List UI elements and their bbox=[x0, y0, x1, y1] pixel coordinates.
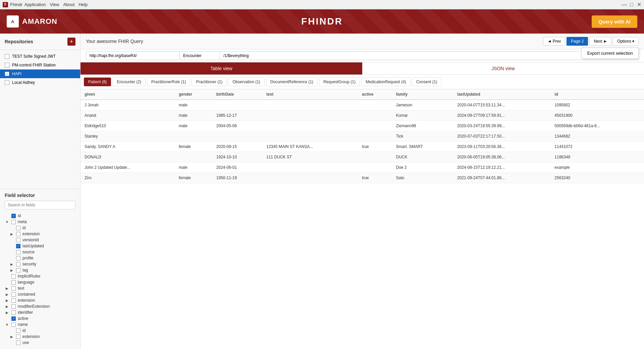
field-expand-icon[interactable]: ▶ bbox=[5, 286, 9, 291]
prev-button[interactable]: ◄ Prev bbox=[543, 37, 565, 46]
table-cell-id: 1186349 bbox=[550, 152, 644, 162]
next-button[interactable]: Next ► bbox=[589, 37, 611, 46]
field-item: ▶security bbox=[0, 261, 80, 267]
menu-application[interactable]: Application bbox=[24, 2, 46, 7]
field-label: meta bbox=[18, 219, 27, 224]
field-expand-icon[interactable]: ▶ bbox=[9, 262, 14, 266]
url-base-input[interactable] bbox=[86, 51, 180, 60]
field-checkbox[interactable] bbox=[16, 238, 20, 242]
field-item: ▶extension bbox=[0, 297, 80, 303]
field-expand-placeholder bbox=[5, 274, 9, 279]
field-checkbox[interactable] bbox=[11, 280, 16, 285]
field-checkbox[interactable] bbox=[16, 329, 20, 333]
field-label: extension bbox=[18, 298, 35, 303]
field-expand-icon[interactable]: ▶ bbox=[5, 298, 9, 303]
field-item: use bbox=[0, 340, 80, 346]
table-view-tab[interactable]: Table view bbox=[80, 62, 362, 74]
field-expand-icon[interactable]: ▶ bbox=[9, 232, 14, 236]
header-bar: A AMARON FHINDR Query with AI bbox=[0, 9, 644, 34]
url-path-input[interactable] bbox=[220, 51, 639, 60]
field-item: versionId bbox=[0, 237, 80, 243]
table-row[interactable]: Zirofemale1950-11-19trueSato2021-09-24T0… bbox=[80, 173, 644, 183]
maximize-button[interactable]: □ bbox=[629, 2, 634, 7]
resource-tab[interactable]: MedicationRequest (4) bbox=[361, 78, 411, 86]
field-checkbox[interactable] bbox=[11, 274, 16, 279]
field-checkbox[interactable] bbox=[16, 226, 20, 230]
field-item: ▶tag bbox=[0, 267, 80, 273]
field-checkbox[interactable] bbox=[16, 268, 20, 272]
field-expand-icon[interactable]: ▶ bbox=[9, 268, 14, 272]
export-selection-item[interactable]: Export current selection bbox=[582, 48, 638, 58]
table-cell-active bbox=[358, 131, 392, 142]
close-button[interactable]: ✕ bbox=[637, 2, 641, 7]
field-expand-icon[interactable]: ▼ bbox=[5, 219, 9, 224]
field-label: use bbox=[22, 340, 29, 345]
add-repo-button[interactable]: + bbox=[67, 38, 75, 46]
resource-tab[interactable]: Patient (8) bbox=[84, 78, 111, 86]
table-cell-id: 11441072 bbox=[550, 142, 644, 152]
column-header-gender: gender bbox=[175, 89, 212, 100]
field-label: extension bbox=[22, 334, 40, 339]
field-checkbox[interactable]: ✓ bbox=[11, 316, 16, 321]
repo-item[interactable]: TEST Sofie Signed JWT bbox=[0, 52, 80, 61]
table-cell-active bbox=[358, 110, 392, 121]
resource-tab[interactable]: DocumentReference (1) bbox=[266, 78, 318, 86]
field-checkbox[interactable] bbox=[11, 220, 16, 224]
json-view-tab[interactable]: JSON view bbox=[362, 62, 644, 74]
resource-tab[interactable]: Encounter (2) bbox=[112, 78, 146, 86]
table-row[interactable]: Sandy. SANDY Afemale2020-09-1512345 MAIN… bbox=[80, 142, 644, 152]
query-title: Your awesome FHIR Query bbox=[86, 39, 143, 44]
resource-tab[interactable]: Practitioner (1) bbox=[192, 78, 227, 86]
options-container: Options ▾ Export current selection bbox=[613, 37, 639, 46]
field-checkbox[interactable] bbox=[16, 262, 20, 266]
url-resource-input[interactable] bbox=[180, 51, 220, 60]
table-row[interactable]: J JonahmaleJameson2020-04-07T15:53:11.34… bbox=[80, 100, 644, 110]
field-expand-icon[interactable]: ▶ bbox=[9, 334, 14, 339]
table-cell-id: 45031900 bbox=[550, 110, 644, 121]
repo-item[interactable]: ✓ HAPI bbox=[0, 69, 80, 78]
field-checkbox[interactable] bbox=[11, 304, 16, 309]
field-expand-icon[interactable]: ▼ bbox=[5, 322, 9, 327]
table-cell-id: 1095802 bbox=[550, 100, 644, 110]
table-row[interactable]: John 2 Updated Update...male2024-06-01Do… bbox=[80, 162, 644, 173]
field-checkbox[interactable] bbox=[11, 310, 16, 315]
field-checkbox[interactable] bbox=[16, 335, 20, 339]
field-checkbox[interactable] bbox=[11, 322, 16, 327]
repo-item[interactable]: Local Aidhey bbox=[0, 78, 80, 87]
field-selector-title: Field selector bbox=[5, 193, 75, 198]
field-checkbox[interactable] bbox=[11, 292, 16, 297]
menu-help[interactable]: Help bbox=[78, 2, 88, 7]
resource-tab[interactable]: Observation (1) bbox=[228, 78, 265, 86]
field-expand-icon[interactable]: ▶ bbox=[5, 310, 9, 315]
field-checkbox[interactable]: ✓ bbox=[11, 214, 16, 218]
field-checkbox[interactable] bbox=[11, 298, 16, 303]
title-bar-left: F Fhindr Application View About Help bbox=[3, 2, 88, 7]
minimize-button[interactable]: — bbox=[622, 2, 627, 7]
table-cell-birthDate: 2020-09-15 bbox=[212, 142, 262, 152]
table-row[interactable]: DONALD1924-10-10111 DUCK STDUCK2020-06-0… bbox=[80, 152, 644, 162]
table-cell-active bbox=[358, 121, 392, 131]
repo-name: HAPI bbox=[12, 71, 21, 76]
resource-tab[interactable]: PractitionerRole (1) bbox=[147, 78, 190, 86]
table-row[interactable]: StanleyTick2020-07-03T22:17:17.50...1344… bbox=[80, 131, 644, 142]
resource-tab[interactable]: RequestGroup (1) bbox=[319, 78, 360, 86]
resource-tab[interactable]: Consent (1) bbox=[412, 78, 442, 86]
field-checkbox[interactable] bbox=[16, 256, 20, 260]
field-search-input[interactable] bbox=[5, 201, 75, 209]
field-expand-icon[interactable]: ▶ bbox=[5, 304, 9, 309]
menu-view[interactable]: View bbox=[50, 2, 59, 7]
main-layout: Repositories + TEST Sofie Signed JWT PM-… bbox=[0, 34, 644, 349]
table-row[interactable]: Eldridge510male2004-05-06Ziemann982020-0… bbox=[80, 121, 644, 131]
field-checkbox[interactable] bbox=[11, 286, 16, 291]
field-checkbox[interactable] bbox=[16, 250, 20, 254]
field-checkbox[interactable] bbox=[16, 232, 20, 236]
table-row[interactable]: Anandmale1985-12-17Kumar2024-09-27T09:17… bbox=[80, 110, 644, 121]
menu-about[interactable]: About bbox=[63, 2, 74, 7]
query-ai-button[interactable]: Query with AI bbox=[592, 15, 637, 28]
repo-item[interactable]: PM-control FHIR Station bbox=[0, 61, 80, 69]
field-checkbox[interactable] bbox=[16, 341, 20, 345]
sidebar-header: Repositories + bbox=[0, 34, 80, 50]
options-button[interactable]: Options ▾ bbox=[613, 37, 639, 46]
field-expand-icon[interactable]: ▶ bbox=[5, 292, 9, 297]
field-checkbox[interactable]: ✓ bbox=[16, 244, 20, 248]
